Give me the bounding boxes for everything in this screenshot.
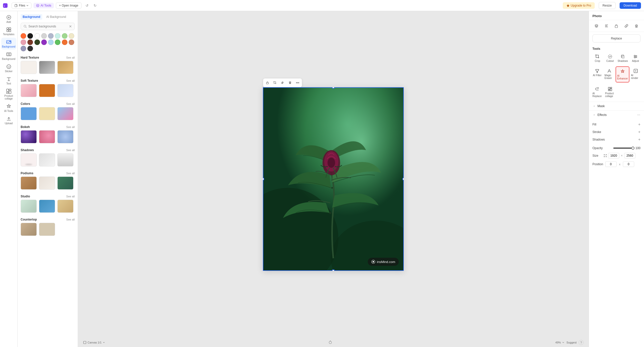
right-icon-align[interactable]: [603, 22, 610, 30]
tool-adjust[interactable]: Adjust: [629, 52, 641, 64]
position-x-input[interactable]: [605, 161, 617, 167]
stroke-add-button[interactable]: +: [638, 130, 640, 134]
upgrade-button[interactable]: Upgrade to Pro: [563, 2, 595, 9]
bg-thumb-podium-2[interactable]: [39, 177, 55, 190]
bg-thumb-shadow-1[interactable]: [21, 153, 37, 166]
effects-header[interactable]: Effects: [589, 111, 644, 119]
shadows-add-button[interactable]: +: [638, 137, 640, 142]
background-tab[interactable]: Background: [21, 14, 42, 20]
color-swatch-dbrown[interactable]: [27, 39, 33, 45]
files-button[interactable]: Files: [12, 3, 31, 9]
canvas-tb-more[interactable]: •••: [294, 79, 301, 86]
bg-thumb-counter-2[interactable]: [39, 223, 55, 236]
ai-background-tab[interactable]: AI Background: [44, 14, 68, 20]
tool-shadows[interactable]: Shadows: [617, 52, 629, 64]
sidebar-item-background[interactable]: Background: [1, 38, 16, 50]
bg-thumb-studio-2[interactable]: [39, 200, 55, 213]
canvas-tb-crop[interactable]: [271, 79, 278, 86]
canvas-area[interactable]: •••: [78, 11, 589, 347]
bg-thumb-col-2[interactable]: [39, 107, 55, 120]
sidebar-item-ai-tools[interactable]: AI Tools: [1, 102, 16, 114]
sidebar-item-upload[interactable]: Upload: [1, 114, 16, 126]
tool-ai-enhancer[interactable]: AI Enhancer: [616, 66, 629, 82]
bokeh-see-all[interactable]: See all: [66, 125, 75, 128]
countertop-see-all[interactable]: See all: [66, 218, 75, 221]
tool-cutout[interactable]: Cutout: [604, 52, 616, 64]
bg-thumb-bokeh-2[interactable]: [39, 130, 55, 143]
size-height-input[interactable]: [624, 153, 635, 158]
colors-see-all[interactable]: See all: [66, 102, 75, 105]
position-y-input[interactable]: [623, 161, 634, 167]
sidebar-item-templates[interactable]: Templates: [1, 25, 16, 37]
color-swatch-purple[interactable]: [41, 39, 47, 45]
tool-crop[interactable]: Crop: [591, 52, 603, 64]
tool-ai-render[interactable]: AI render: [630, 66, 641, 82]
bg-thumb-hard-3[interactable]: [57, 61, 73, 74]
sidebar-item-text[interactable]: Text: [1, 75, 16, 86]
hard-texture-see-all[interactable]: See all: [66, 56, 75, 59]
help-button[interactable]: ?: [579, 340, 584, 345]
sidebar-item-add[interactable]: Add: [1, 13, 16, 25]
right-icon-layers[interactable]: [593, 22, 600, 30]
download-button[interactable]: Download: [620, 2, 641, 9]
bg-thumb-hard-1[interactable]: [21, 61, 37, 74]
redo-button[interactable]: ↻: [92, 2, 99, 9]
canvas-tb-lock[interactable]: [264, 79, 271, 86]
podiums-see-all[interactable]: See all: [66, 172, 75, 175]
handle-top[interactable]: [332, 87, 335, 89]
color-swatch-lavender[interactable]: [21, 46, 26, 51]
canvas-tb-delete[interactable]: [287, 79, 294, 86]
bg-thumb-studio-1[interactable]: [21, 200, 37, 213]
mask-header[interactable]: Mask: [589, 102, 644, 110]
bg-thumb-soft-3[interactable]: [57, 84, 73, 97]
fill-add-button[interactable]: +: [638, 122, 640, 127]
bg-thumb-col-1[interactable]: [21, 107, 37, 120]
color-swatch-vdark[interactable]: [27, 46, 33, 51]
bg-thumb-counter-1[interactable]: [21, 223, 37, 236]
bg-thumb-bokeh-1[interactable]: [21, 130, 37, 143]
color-swatch-dgreen[interactable]: [34, 39, 40, 45]
tool-product-collage[interactable]: Product collage: [604, 84, 616, 100]
canvas-tb-link[interactable]: [279, 79, 286, 86]
color-swatch-orange[interactable]: [21, 33, 26, 39]
undo-button[interactable]: ↺: [84, 2, 91, 9]
color-swatch-lgreen[interactable]: [62, 33, 67, 39]
right-icon-link[interactable]: [623, 22, 630, 30]
color-swatch-cream[interactable]: [69, 33, 74, 39]
resize-button[interactable]: Resize: [599, 2, 616, 9]
search-input[interactable]: [28, 25, 67, 28]
sidebar-item-sticker[interactable]: Sticker: [1, 62, 16, 74]
sidebar-item-ai-background[interactable]: Background: [1, 50, 16, 62]
color-swatch-black[interactable]: [27, 33, 33, 39]
bg-thumb-soft-2[interactable]: [39, 84, 55, 97]
canvas-image[interactable]: insMind.com: [263, 87, 404, 271]
suggest-button[interactable]: Suggest: [567, 341, 577, 344]
color-swatch-deeporange[interactable]: [62, 39, 67, 45]
handle-bottom[interactable]: [332, 270, 335, 271]
soft-texture-see-all[interactable]: See all: [66, 79, 75, 82]
bg-thumb-col-3[interactable]: [57, 107, 73, 120]
handle-right[interactable]: [403, 178, 404, 180]
color-swatch-bluegray[interactable]: [48, 33, 54, 39]
tool-ai-filter[interactable]: AI Filter: [591, 66, 603, 82]
bg-thumb-podium-3[interactable]: [57, 177, 73, 190]
right-icon-delete[interactable]: [633, 22, 640, 30]
color-swatch-white[interactable]: [34, 33, 40, 39]
bg-thumb-shadow-2[interactable]: [39, 153, 55, 166]
handle-left[interactable]: [263, 178, 264, 180]
bg-thumb-shadow-3[interactable]: [57, 153, 73, 166]
ai-tools-button[interactable]: AI Tools: [33, 3, 54, 8]
bg-thumb-soft-1[interactable]: [21, 84, 37, 97]
bg-thumb-podium-1[interactable]: [21, 177, 37, 190]
color-swatch-lgray[interactable]: [41, 33, 47, 39]
bg-thumb-bokeh-3[interactable]: [57, 130, 73, 143]
color-swatch-green[interactable]: [55, 39, 60, 45]
open-image-button[interactable]: + Open Image: [56, 3, 82, 9]
size-width-input[interactable]: [608, 153, 619, 158]
studio-see-all[interactable]: See all: [66, 195, 75, 198]
color-swatch-mint[interactable]: [55, 33, 60, 39]
opacity-slider[interactable]: [613, 148, 633, 149]
effects-options-icon[interactable]: [637, 113, 640, 117]
color-swatch-pink[interactable]: [21, 39, 26, 45]
shadows-see-all[interactable]: See all: [66, 149, 75, 152]
